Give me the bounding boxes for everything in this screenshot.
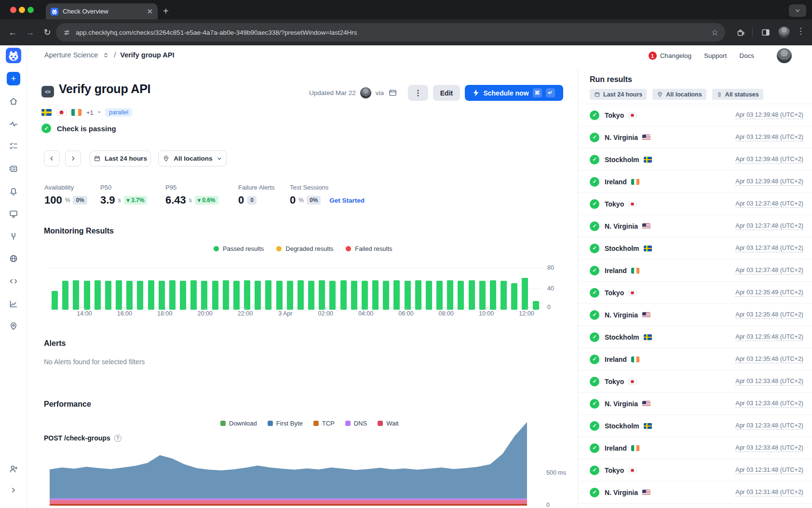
monitoring-bar[interactable] — [95, 280, 101, 310]
run-result-row[interactable]: ✓ Stockholm Apr 03 12:35:48 (UTC+2) — [579, 326, 812, 348]
get-started-link[interactable]: Get Started — [329, 197, 365, 204]
run-timestamp-link[interactable]: Apr 03 12:33:48 (UTC+2) — [735, 444, 803, 452]
locations-pin-icon[interactable] — [9, 321, 18, 331]
monitoring-bar[interactable] — [190, 280, 197, 310]
monitoring-bar[interactable] — [372, 280, 379, 310]
breadcrumb-account[interactable]: Aperture Science — [44, 51, 98, 59]
run-result-row[interactable]: ✓ Tokyo Apr 03 12:37:48 (UTC+2) — [579, 192, 812, 215]
monitoring-bar[interactable] — [84, 281, 90, 310]
run-result-row[interactable]: ✓ N. Virginia Apr 03 12:31:48 (UTC+2) — [579, 481, 812, 503]
cli-code-icon[interactable] — [9, 276, 18, 286]
run-timestamp-link[interactable]: Apr 03 12:39:48 (UTC+2) — [735, 156, 803, 164]
run-timestamp-link[interactable]: Apr 03 12:39:48 (UTC+2) — [735, 111, 803, 119]
run-result-row[interactable]: ✓ Stockholm Apr 03 12:31:48 (UTC+2) — [579, 503, 812, 508]
run-timestamp-link[interactable]: Apr 03 12:37:48 (UTC+2) — [735, 222, 803, 230]
monitoring-bar[interactable] — [522, 278, 528, 310]
monitoring-bar[interactable] — [426, 281, 432, 310]
monitoring-bar[interactable] — [405, 281, 411, 310]
pulse-icon[interactable] — [9, 119, 18, 129]
address-bar[interactable]: app.checklyhq.com/checks/3264c851-e5ae-4… — [56, 23, 725, 41]
checks-icon[interactable] — [9, 141, 18, 151]
monitoring-bar[interactable] — [180, 281, 186, 310]
monitoring-bar[interactable] — [169, 280, 176, 310]
run-result-row[interactable]: ✓ N. Virginia Apr 03 12:33:48 (UTC+2) — [579, 392, 812, 414]
run-timestamp-link[interactable]: Apr 03 12:35:49 (UTC+2) — [735, 289, 803, 297]
monitoring-bar[interactable] — [393, 280, 400, 310]
run-result-row[interactable]: ✓ Ireland Apr 03 12:39:48 (UTC+2) — [579, 170, 812, 192]
monitoring-bar[interactable] — [479, 281, 486, 310]
run-timestamp-link[interactable]: Apr 03 12:35:48 (UTC+2) — [735, 356, 803, 363]
run-result-row[interactable]: ✓ N. Virginia Apr 03 12:35:48 (UTC+2) — [579, 303, 812, 326]
prev-window-button[interactable] — [44, 151, 60, 166]
alerts-bell-icon[interactable] — [9, 187, 18, 196]
monitoring-bar[interactable] — [458, 281, 464, 310]
mac-minimize-button[interactable] — [19, 7, 25, 13]
locations-filter-button[interactable]: All locations — [158, 151, 227, 166]
maintenance-icon[interactable] — [9, 232, 18, 241]
insights-chart-icon[interactable] — [9, 299, 18, 309]
run-result-row[interactable]: ✓ Ireland Apr 03 12:33:48 (UTC+2) — [579, 437, 812, 459]
support-link[interactable]: Support — [704, 52, 727, 59]
run-result-row[interactable]: ✓ Stockholm Apr 03 12:39:48 (UTC+2) — [579, 148, 812, 170]
schedule-now-button[interactable]: Schedule now ⌘ ↵ — [465, 85, 563, 101]
monitoring-bar[interactable] — [52, 291, 58, 310]
monitoring-bar[interactable] — [105, 281, 111, 310]
monitoring-bar[interactable] — [447, 280, 453, 310]
invite-user-icon[interactable] — [9, 464, 18, 474]
monitoring-bar[interactable] — [244, 280, 250, 310]
url-text[interactable]: app.checklyhq.com/checks/3264c851-e5ae-4… — [76, 29, 711, 36]
monitoring-bar[interactable] — [223, 280, 229, 310]
bookmark-star-icon[interactable]: ☆ — [711, 27, 718, 38]
more-actions-button[interactable]: ⋮ — [408, 85, 428, 101]
run-timestamp-link[interactable]: Apr 03 12:37:48 (UTC+2) — [735, 267, 803, 275]
run-timestamp-link[interactable]: Apr 03 12:33:48 (UTC+2) — [735, 400, 803, 408]
monitoring-bar[interactable] — [415, 280, 421, 310]
run-result-row[interactable]: ✓ Tokyo Apr 03 12:31:48 (UTC+2) — [579, 459, 812, 481]
browser-menu-icon[interactable]: ⋮ — [797, 26, 805, 36]
monitoring-bar[interactable] — [383, 281, 389, 310]
run-result-row[interactable]: ✓ Stockholm Apr 03 12:33:48 (UTC+2) — [579, 414, 812, 437]
monitoring-bar[interactable] — [287, 281, 293, 310]
forward-button[interactable]: → — [23, 26, 37, 39]
run-timestamp-link[interactable]: Apr 03 12:31:48 (UTC+2) — [735, 489, 803, 496]
groups-icon[interactable] — [9, 164, 18, 174]
run-timestamp-link[interactable]: Apr 03 12:31:48 (UTC+2) — [735, 467, 803, 474]
home-icon[interactable] — [9, 96, 18, 106]
time-range-button[interactable]: Last 24 hours — [90, 151, 151, 166]
run-timestamp-link[interactable]: Apr 03 12:35:48 (UTC+2) — [735, 333, 803, 341]
monitoring-bar[interactable] — [159, 281, 165, 310]
monitoring-bar[interactable] — [436, 281, 443, 310]
back-button[interactable]: ← — [6, 26, 19, 39]
monitoring-bar[interactable] — [329, 281, 336, 310]
chip-time-range[interactable]: Last 24 hours — [590, 89, 647, 100]
user-avatar[interactable] — [777, 48, 792, 63]
monitoring-bar[interactable] — [116, 280, 122, 310]
chip-statuses[interactable]: All statuses — [712, 89, 763, 100]
run-timestamp-link[interactable]: Apr 03 12:35:48 (UTC+2) — [735, 311, 803, 319]
browser-profile-avatar[interactable] — [778, 27, 790, 38]
run-result-row[interactable]: ✓ Stockholm Apr 03 12:37:48 (UTC+2) — [579, 237, 812, 259]
updated-by-avatar[interactable] — [360, 87, 371, 98]
monitoring-bar[interactable] — [298, 280, 304, 310]
side-panel-icon[interactable] — [761, 27, 771, 37]
run-timestamp-link[interactable]: Apr 03 12:33:48 (UTC+2) — [735, 378, 803, 385]
tab-search-button[interactable] — [789, 4, 806, 17]
run-result-row[interactable]: ✓ Ireland Apr 03 12:37:48 (UTC+2) — [579, 259, 812, 281]
changelog-link[interactable]: 1 Changelog — [649, 52, 691, 60]
extensions-icon[interactable] — [736, 27, 745, 37]
monitoring-bar[interactable] — [137, 281, 143, 310]
monitoring-bar[interactable] — [501, 281, 507, 310]
monitoring-bar[interactable] — [351, 281, 357, 310]
legend-failed[interactable]: Failed results — [346, 245, 392, 252]
monitoring-bar[interactable] — [490, 280, 496, 310]
run-timestamp-link[interactable]: Apr 03 12:37:48 (UTC+2) — [735, 245, 803, 252]
run-result-row[interactable]: ✓ Tokyo Apr 03 12:39:48 (UTC+2) — [579, 104, 812, 126]
run-result-row[interactable]: ✓ Ireland Apr 03 12:35:48 (UTC+2) — [579, 348, 812, 370]
monitoring-bar[interactable] — [511, 283, 517, 310]
monitoring-bar[interactable] — [62, 281, 68, 310]
run-result-row[interactable]: ✓ Tokyo Apr 03 12:33:48 (UTC+2) — [579, 370, 812, 392]
monitoring-bar[interactable] — [533, 301, 539, 310]
site-settings-icon[interactable] — [63, 28, 71, 37]
monitoring-bar[interactable] — [233, 281, 240, 310]
legend-passed[interactable]: Passed results — [214, 245, 264, 252]
